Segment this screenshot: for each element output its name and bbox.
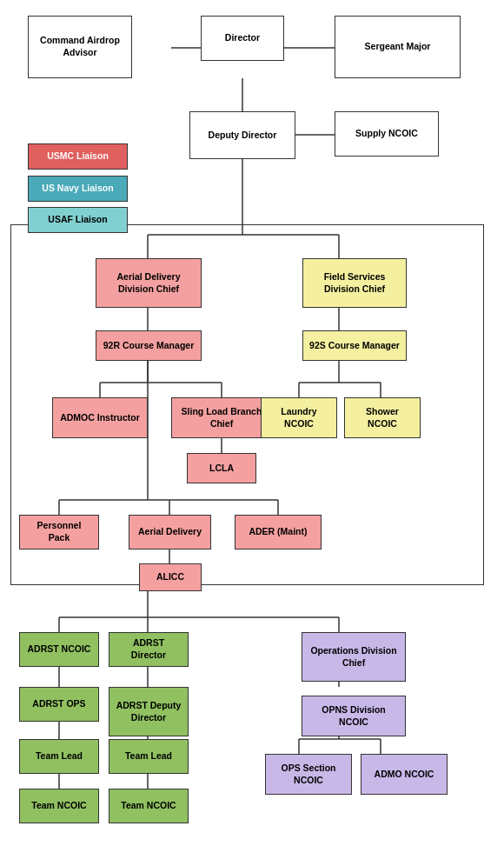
team-lead-1-box: Team Lead: [19, 739, 99, 774]
adrst-deputy-box: ADRST Deputy Director: [109, 687, 189, 736]
team-ncoic-2-box: Team NCOIC: [109, 789, 189, 823]
lcla-box: LCLA: [187, 453, 256, 483]
adrst-ops-box: ADRST OPS: [19, 687, 99, 722]
ader-maint-box: ADER (Maint): [235, 515, 322, 550]
sling-load-branch-box: Sling Load Branch Chief: [171, 397, 272, 438]
92r-course-manager-box: 92R Course Manager: [96, 330, 202, 361]
supply-ncoic-box: Supply NCOIC: [335, 111, 439, 157]
command-airdrop-box: Command Airdrop Advisor: [28, 16, 132, 78]
us-navy-liaison-box: US Navy Liaison: [28, 176, 128, 202]
admo-ncoic-box: ADMO NCOIC: [361, 754, 448, 795]
aerial-delivery-box: Aerial Delivery: [129, 515, 211, 550]
deputy-director-box: Deputy Director: [189, 111, 295, 159]
shower-ncoic-box: Shower NCOIC: [344, 397, 421, 438]
team-ncoic-1-box: Team NCOIC: [19, 789, 99, 823]
adrst-ncoic-box: ADRST NCOIC: [19, 632, 99, 667]
operations-chief-box: Operations Division Chief: [302, 632, 406, 682]
team-lead-2-box: Team Lead: [109, 739, 189, 774]
adrst-director-box: ADRST Director: [109, 632, 189, 667]
alicc-box: ALICC: [139, 563, 202, 591]
admoc-instructor-box: ADMOC Instructor: [52, 397, 148, 438]
field-services-chief-box: Field Services Division Chief: [302, 258, 407, 308]
usmc-liaison-box: USMC Liaison: [28, 143, 128, 170]
laundry-ncoic-box: Laundry NCOIC: [261, 397, 337, 438]
opns-ncoic-box: OPNS Division NCOIC: [302, 696, 406, 736]
director-box: Director: [201, 16, 284, 61]
personnel-pack-box: Personnel Pack: [19, 515, 99, 550]
ops-section-ncoic-box: OPS Section NCOIC: [265, 754, 352, 795]
92s-course-manager-box: 92S Course Manager: [302, 330, 407, 361]
aerial-delivery-chief-box: Aerial Delivery Division Chief: [96, 258, 202, 308]
usaf-liaison-box: USAF Liaison: [28, 207, 128, 233]
sergeant-major-box: Sergeant Major: [335, 16, 461, 78]
